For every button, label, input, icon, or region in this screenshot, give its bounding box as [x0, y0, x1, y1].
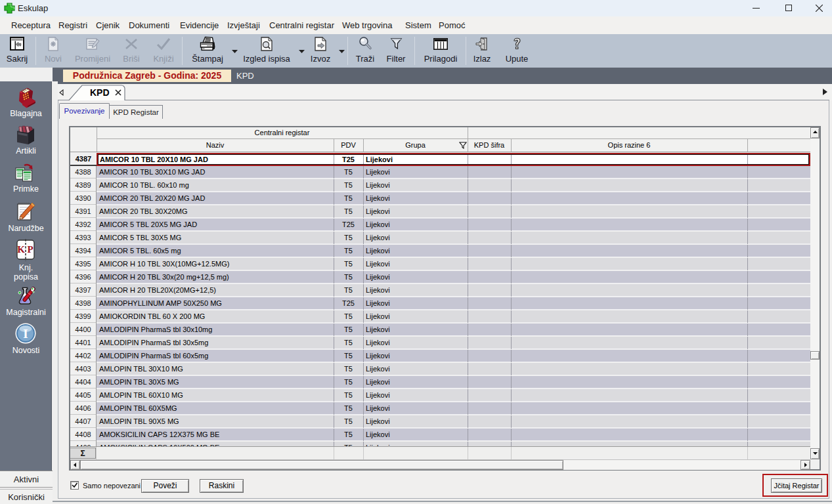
svg-text:K: K: [17, 244, 25, 255]
svg-text:P: P: [27, 244, 33, 255]
svg-text:I: I: [23, 327, 28, 341]
